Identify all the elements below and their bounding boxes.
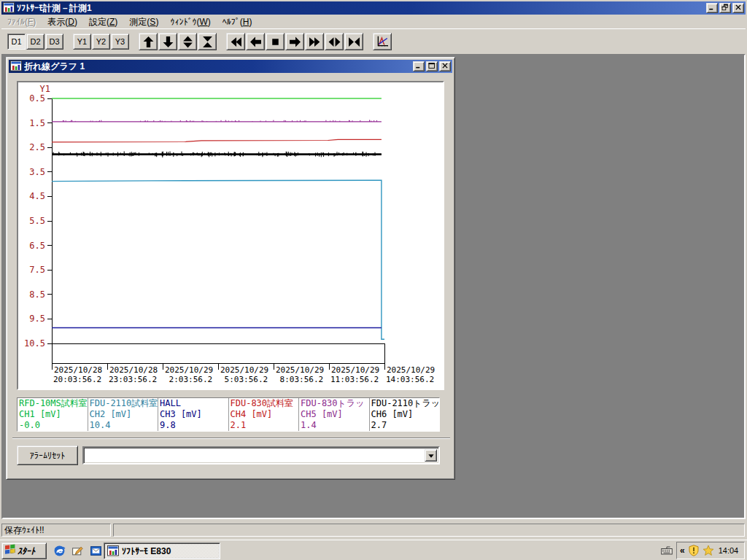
channel-name: RFD-10MS試料室 [19, 398, 86, 409]
svg-text:2025/10/29: 2025/10/29 [165, 365, 213, 375]
toolbar-button-expand-vertical[interactable] [178, 33, 197, 50]
chevron-down-icon [427, 449, 435, 462]
toolbar-button-scroll-down[interactable] [158, 33, 177, 50]
app-icon [3, 2, 15, 14]
main-window: ｿﾌﾄｻｰﾓ計測－計測1 ﾌｧｲﾙ(F)表示(D)設定(Z)測定(S)ｳｨﾝﾄﾞ… [0, 0, 747, 540]
toolbar-button-graph-settings[interactable] [373, 33, 392, 50]
close-icon [734, 3, 743, 13]
close-icon [441, 61, 449, 71]
svg-text:2025/10/29: 2025/10/29 [220, 365, 268, 375]
graph-close-button[interactable] [439, 61, 451, 71]
fast-rewind-icon [230, 36, 242, 48]
toolbar-button-scroll-up[interactable] [139, 33, 158, 50]
status-message: 保存ｳｪｲﾄ!! [1, 524, 111, 537]
graph-window-title: 折れ線グラフ 1 [24, 60, 413, 73]
menu-item-3[interactable]: 設定(Z) [83, 15, 123, 29]
svg-text:23:03:56.2: 23:03:56.2 [109, 375, 157, 384]
legend-cell-ch6: FDU-2110トラッCH6 [mV]2.7 [370, 398, 440, 431]
restore-button[interactable] [719, 3, 731, 13]
graph-minimize-button[interactable] [413, 61, 425, 71]
scroll-down-icon [162, 36, 174, 48]
ie-icon[interactable] [53, 544, 66, 557]
toolbar-button-d3[interactable]: D3 [45, 34, 63, 50]
restore-icon [721, 3, 729, 13]
tray-expand-chevron[interactable]: « [680, 545, 685, 556]
toolbar-button-stop[interactable] [266, 33, 285, 50]
toolbar-d-group: D1D2D3 [7, 34, 63, 50]
toolbar-button-y1[interactable]: Y1 [73, 34, 91, 50]
svg-text:2025/10/29: 2025/10/29 [331, 365, 379, 375]
toolbar: D1D2D3 Y1Y2Y3 [1, 28, 746, 54]
menu-item-6[interactable]: ﾍﾙﾌﾟ(H) [217, 16, 258, 28]
maximize-icon [427, 61, 436, 71]
toolbar-button-y3[interactable]: Y3 [111, 34, 129, 50]
alarm-combobox-input[interactable] [85, 449, 427, 462]
menu-item-5[interactable]: ｳｨﾝﾄﾞｳ(W) [164, 16, 216, 28]
channel-value: 1.4 [301, 420, 368, 431]
minimize-button[interactable] [706, 3, 718, 13]
main-titlebar[interactable]: ｿﾌﾄｻｰﾓ計測－計測1 [1, 1, 746, 15]
step-right-icon [289, 36, 301, 48]
graph-titlebar[interactable]: 折れ線グラフ 1 [9, 60, 452, 73]
toolbar-button-fast-forward[interactable] [305, 33, 324, 50]
toolbar-button-d1[interactable]: D1 [7, 34, 26, 50]
outlook-icon[interactable] [89, 544, 102, 557]
channel-value: -0.0 [19, 420, 86, 431]
graph-maximize-button[interactable] [426, 61, 438, 71]
toolbar-button-d2[interactable]: D2 [26, 34, 44, 50]
channel-id: CH2 [mV] [90, 409, 157, 420]
mdi-client-area: 折れ線グラフ 1 0.51.52.53.54.55.56.57.58.59.51… [1, 54, 746, 519]
svg-text:2025/10/29: 2025/10/29 [276, 365, 324, 375]
close-button[interactable] [732, 3, 744, 13]
channel-value: 2.7 [371, 420, 438, 431]
step-left-icon [249, 36, 262, 48]
channel-name: FDU-2110トラッ [371, 398, 438, 409]
toolbar-button-step-right[interactable] [285, 33, 304, 50]
svg-text:11:03:56.2: 11:03:56.2 [330, 375, 379, 384]
system-tray: « 14:04 [676, 542, 745, 559]
toolbar-button-fast-rewind[interactable] [226, 33, 245, 50]
tray-icons [688, 545, 714, 556]
taskbar-task-button[interactable]: ｿﾌﾄｻｰﾓ E830 [104, 542, 220, 559]
channel-value: 2.1 [231, 420, 298, 431]
stop-icon [269, 36, 282, 48]
security-shield-icon[interactable] [688, 545, 700, 556]
svg-text:5.5: 5.5 [29, 216, 45, 226]
legend-cell-ch1: RFD-10MS試料室CH1 [mV]-0.0 [18, 398, 88, 431]
toolbar-button-expand-horizontal[interactable] [325, 33, 344, 50]
svg-text:2.5: 2.5 [29, 142, 45, 152]
channel-name: FDU-2110試料室 [90, 398, 157, 409]
legend-cell-ch5: FDU-830トラッCH5 [mV]1.4 [299, 398, 370, 431]
fast-forward-icon [309, 36, 321, 48]
channel-name: FDU-830試料室 [231, 398, 298, 409]
channel-name: HALL [160, 398, 227, 409]
toolbar-button-step-left[interactable] [246, 33, 265, 50]
menu-item-1[interactable]: ﾌｧｲﾙ(F) [1, 16, 42, 28]
svg-text:20:03:56.2: 20:03:56.2 [53, 375, 101, 384]
svg-text:0.5: 0.5 [29, 93, 45, 104]
alarm-combobox[interactable] [82, 446, 440, 464]
menu-item-4[interactable]: 測定(S) [123, 15, 164, 29]
expand-vertical-icon [182, 36, 194, 48]
chart-plot-area: 0.51.52.53.54.55.56.57.58.59.510.5Y12025… [18, 82, 443, 389]
alarm-reset-button[interactable]: ｱﾗｰﾑﾘｾｯﾄ [17, 446, 78, 465]
combobox-dropdown-button[interactable] [425, 449, 437, 462]
channel-id: CH3 [mV] [160, 409, 227, 420]
quick-launch-bar [53, 544, 102, 557]
start-label: ｽﾀｰﾄ [18, 546, 35, 556]
svg-text:6.5: 6.5 [29, 241, 45, 251]
graph-window-icon [10, 61, 22, 72]
menu-item-2[interactable]: 表示(D) [42, 15, 83, 29]
svg-text:14:03:56.2: 14:03:56.2 [386, 375, 434, 384]
legend-cell-ch4: FDU-830試料室CH4 [mV]2.1 [229, 398, 300, 431]
scroll-up-icon [142, 36, 155, 48]
expand-horizontal-icon [328, 36, 341, 48]
keyboard-icon[interactable] [660, 545, 673, 556]
toolbar-button-compress-vertical[interactable] [198, 33, 217, 50]
toolbar-button-y2[interactable]: Y2 [92, 34, 110, 50]
start-button[interactable]: ｽﾀｰﾄ [1, 542, 47, 559]
star-icon[interactable] [703, 545, 714, 556]
separator [12, 438, 450, 439]
toolbar-button-compress-horizontal[interactable] [344, 33, 363, 50]
show-desktop-icon[interactable] [71, 544, 84, 557]
